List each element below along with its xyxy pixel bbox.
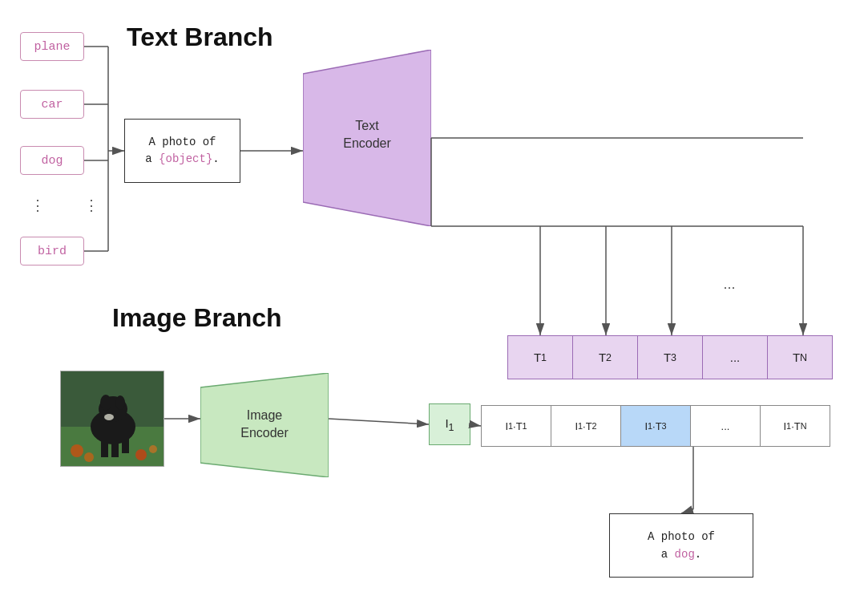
svg-point-8 — [115, 395, 125, 410]
svg-text:Image: Image — [247, 408, 283, 422]
dots-left: ⋮ — [30, 197, 45, 214]
svg-line-39 — [470, 424, 481, 426]
t-cell-2: T2 — [572, 335, 638, 379]
category-plane: plane — [20, 32, 84, 61]
output-dog: dog — [675, 548, 695, 561]
dog-image — [60, 371, 164, 467]
svg-text:Text: Text — [355, 119, 379, 132]
template-box: A photo ofa {object}. — [124, 119, 240, 183]
template-text: A photo ofa {object}. — [145, 134, 219, 168]
svg-text:...: ... — [723, 276, 735, 292]
t-cell-n: TN — [767, 335, 833, 379]
category-bird: bird — [20, 237, 84, 266]
text-branch-title: Text Branch — [127, 22, 273, 52]
svg-line-38 — [329, 419, 429, 424]
svg-marker-17 — [200, 373, 329, 477]
svg-rect-9 — [101, 441, 108, 457]
svg-point-12 — [104, 414, 114, 420]
it-cell-2: I1·T2 — [551, 405, 621, 447]
output-box: A photo ofa dog. — [609, 513, 753, 578]
it-cell-dots: ... — [690, 405, 761, 447]
t-cell-1: T1 — [507, 335, 573, 379]
svg-text:Encoder: Encoder — [240, 426, 289, 440]
template-object: {object} — [159, 152, 212, 165]
image-branch-title: Image Branch — [112, 303, 282, 333]
it-cell-n: I1·TN — [760, 405, 830, 447]
output-text: A photo ofa dog. — [648, 528, 715, 564]
svg-point-16 — [149, 445, 157, 453]
t-cell-dots: ... — [702, 335, 768, 379]
category-car: car — [20, 90, 84, 119]
it-row: I1·T1 I1·T2 I1·T3 ... I1·TN — [481, 405, 830, 447]
image-encoder: Image Encoder — [200, 373, 329, 477]
svg-rect-10 — [111, 441, 119, 457]
i1-box: I1 — [429, 403, 470, 445]
svg-point-15 — [135, 449, 147, 460]
svg-rect-11 — [122, 439, 129, 453]
dog-svg — [61, 371, 164, 467]
category-dog: dog — [20, 146, 84, 175]
it-cell-3-highlight: I1·T3 — [620, 405, 691, 447]
svg-text:Encoder: Encoder — [343, 136, 391, 150]
i1-label: I1 — [445, 416, 454, 433]
t-row: T1 T2 T3 ... TN — [507, 335, 832, 379]
svg-point-7 — [100, 395, 111, 411]
svg-point-13 — [71, 444, 83, 457]
diagram: Text Branch plane car dog bird ⋮ ⋮ A pho… — [0, 0, 868, 604]
it-cell-1: I1·T1 — [481, 405, 551, 447]
svg-point-14 — [84, 452, 94, 462]
t-cell-3: T3 — [637, 335, 703, 379]
dots-right: ⋮ — [84, 197, 99, 214]
text-encoder: Text Encoder — [303, 50, 431, 226]
